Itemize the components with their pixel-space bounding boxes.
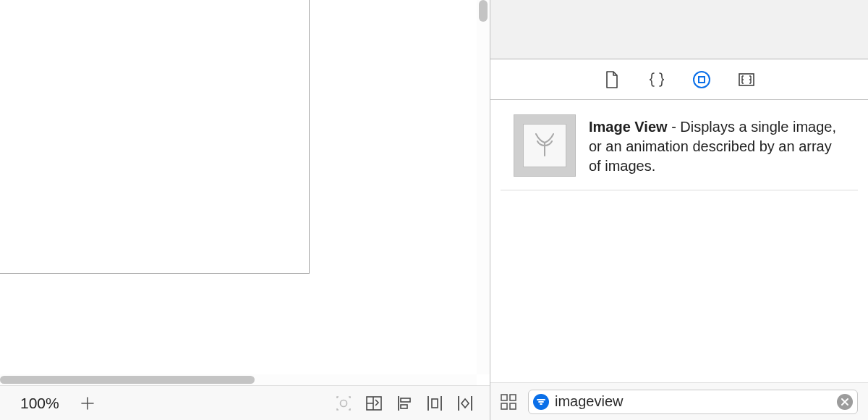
- canvas-area[interactable]: [0, 0, 477, 374]
- media-library-tab-icon[interactable]: [736, 70, 757, 90]
- pin-constraints-icon[interactable]: [452, 390, 478, 416]
- inspector-header-area: [490, 0, 868, 59]
- library-item-image-view[interactable]: Image View - Displays a single image, or…: [501, 100, 858, 190]
- file-template-tab-icon[interactable]: [602, 70, 622, 90]
- vertical-scrollbar-thumb[interactable]: [479, 0, 488, 22]
- svg-rect-2: [401, 398, 410, 402]
- library-tabs: [490, 59, 868, 100]
- svg-point-5: [694, 72, 710, 88]
- svg-rect-9: [510, 395, 516, 400]
- svg-rect-7: [739, 74, 754, 85]
- library-item-thumbnail: [514, 114, 576, 177]
- distribute-horizontal-icon[interactable]: [422, 390, 448, 416]
- object-library-tab-icon[interactable]: [692, 70, 712, 90]
- zoom-in-button[interactable]: [77, 392, 98, 414]
- resolve-autolayout-icon[interactable]: [331, 390, 357, 416]
- clear-search-icon[interactable]: [837, 394, 853, 410]
- align-left-icon[interactable]: [391, 390, 417, 416]
- library-footer: [490, 382, 868, 420]
- library-panel: Image View - Displays a single image, or…: [490, 0, 868, 420]
- svg-rect-8: [501, 395, 507, 400]
- library-item-title: Image View: [589, 119, 668, 135]
- svg-point-0: [341, 400, 347, 406]
- library-search-field[interactable]: [528, 390, 858, 414]
- canvas-footer: 100%: [0, 385, 490, 420]
- image-placeholder-icon: [523, 124, 566, 167]
- embed-in-stack-icon[interactable]: [361, 390, 387, 416]
- svg-rect-4: [432, 399, 438, 408]
- vertical-scrollbar-track[interactable]: [477, 0, 490, 374]
- filter-active-icon[interactable]: [533, 394, 549, 410]
- library-item-separator: -: [668, 119, 681, 135]
- svg-rect-6: [699, 77, 705, 83]
- library-results-list: Image View - Displays a single image, or…: [490, 100, 868, 382]
- library-search-input[interactable]: [555, 393, 837, 410]
- canvas-panel: 100%: [0, 0, 490, 420]
- horizontal-scrollbar-thumb[interactable]: [0, 376, 255, 384]
- code-snippets-tab-icon[interactable]: [647, 70, 667, 90]
- canvas-artboard[interactable]: [0, 0, 310, 274]
- svg-rect-3: [401, 405, 407, 408]
- svg-rect-11: [510, 403, 516, 409]
- grid-view-toggle-icon[interactable]: [498, 391, 519, 413]
- horizontal-scrollbar-track[interactable]: [0, 374, 477, 385]
- zoom-level-label[interactable]: 100%: [20, 395, 59, 412]
- library-item-text: Image View - Displays a single image, or…: [589, 114, 841, 176]
- svg-rect-10: [501, 403, 507, 409]
